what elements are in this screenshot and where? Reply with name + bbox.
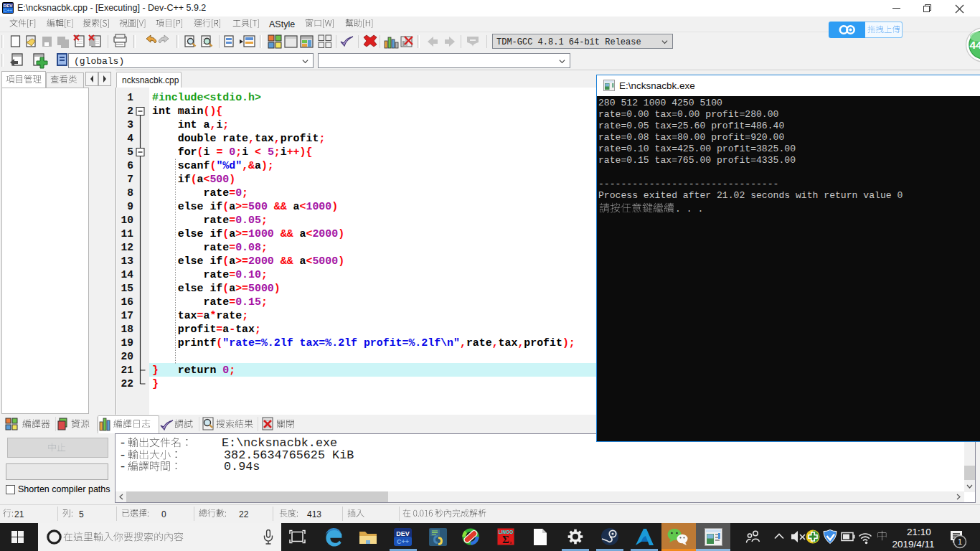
svg-text:C++: C++	[4, 8, 12, 13]
svg-text:x: x	[510, 540, 512, 545]
svg-text:1: 1	[958, 537, 962, 546]
svg-text:DEV: DEV	[396, 530, 410, 537]
svg-text:C++: C++	[397, 538, 409, 545]
svg-text:Σ: Σ	[502, 534, 509, 545]
svg-text:44: 44	[970, 39, 980, 51]
